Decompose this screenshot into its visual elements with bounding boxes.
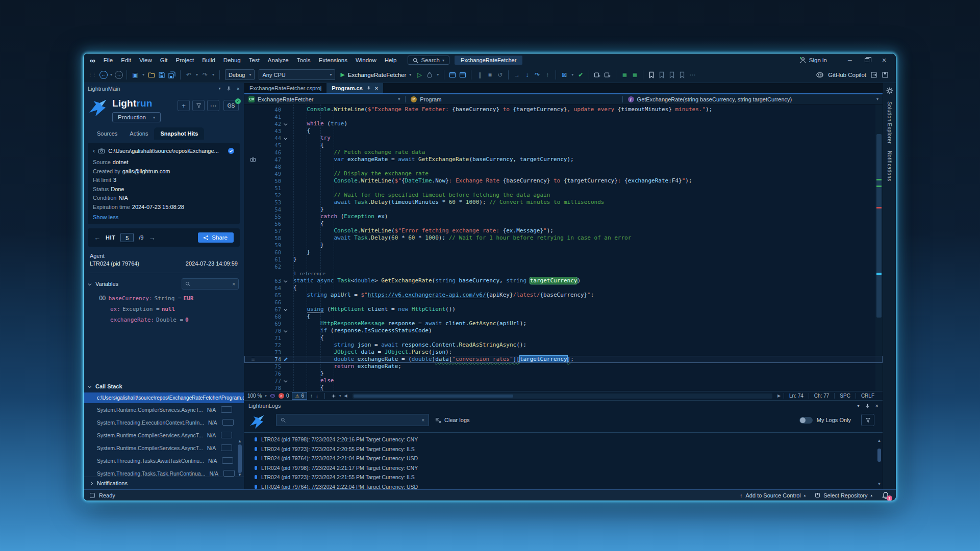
pause-button[interactable]: ∥: [475, 70, 484, 80]
new-project-button[interactable]: ▣: [131, 70, 140, 80]
filter-button[interactable]: [192, 100, 205, 111]
breakpoint-dropdown-icon[interactable]: ▾: [570, 70, 575, 80]
variable-row[interactable]: ex:Exception =null: [84, 304, 244, 314]
navigate-forward-button[interactable]: →: [115, 71, 123, 79]
clear-search-icon[interactable]: ×: [421, 417, 424, 423]
variables-section-header[interactable]: Variables ×: [84, 275, 244, 293]
menu-file[interactable]: File: [99, 56, 117, 65]
save-button[interactable]: [157, 71, 166, 78]
breadcrumb-member[interactable]: GetExchangeRate(string baseCurrency, str…: [637, 96, 792, 102]
call-stack-frame[interactable]: System.Runtime.CompilerServices.AsyncT..…: [84, 429, 244, 441]
restart-button[interactable]: ↺: [495, 70, 505, 80]
code-editor[interactable]: 40 Console.WriteLine($"Exchange Rate Fet…: [244, 104, 883, 391]
scroll-right-icon[interactable]: ▶: [777, 393, 781, 398]
preview-window-icon[interactable]: [458, 71, 467, 78]
code-line[interactable]: 57 Console.WriteLine($"Error fetching ex…: [244, 227, 883, 234]
code-line[interactable]: 56 {: [244, 220, 883, 227]
variable-row[interactable]: OObaseCurrency:String =EUR: [84, 293, 244, 304]
frame-checkbox[interactable]: [221, 432, 232, 438]
menu-help[interactable]: Help: [381, 56, 401, 65]
sign-in-button[interactable]: Sign in: [799, 57, 827, 64]
code-line[interactable]: 64{: [244, 284, 883, 292]
fold-indicator[interactable]: [281, 306, 290, 313]
menu-window[interactable]: Window: [351, 56, 381, 65]
step-out-button[interactable]: ↑: [543, 70, 552, 80]
code-line[interactable]: 41: [244, 113, 883, 120]
code-line[interactable]: 73 JObject data = JObject.Parse(json);: [244, 349, 883, 356]
code-line[interactable]: 49 // Display the exchange rate: [244, 170, 883, 177]
tab-close-icon[interactable]: ×: [375, 85, 378, 91]
menu-analyze[interactable]: Analyze: [264, 56, 293, 65]
chevron-down-icon[interactable]: ▾: [876, 97, 878, 101]
next-issue-button[interactable]: ↓: [316, 393, 318, 399]
logs-scrollbar[interactable]: ▲ ▼: [877, 438, 882, 486]
breadcrumb-project[interactable]: ExchangeRateFetcher: [258, 96, 313, 102]
frame-checkbox[interactable]: [222, 419, 234, 426]
start-debugging-button[interactable]: ▶ ExchangeRateFetcher ▾: [340, 71, 411, 78]
code-line[interactable]: 53 await Task.Delay(timeoutMinutes * 60 …: [244, 199, 883, 206]
search-box[interactable]: Search ▾: [408, 56, 449, 65]
log-entry[interactable]: LTR024 (pid 79798): 7/23/2024 2:21:17 PM…: [244, 463, 883, 473]
next-bookmark-button[interactable]: [667, 71, 676, 78]
increase-indent-button[interactable]: ≣: [630, 70, 639, 80]
redo-dropdown-icon[interactable]: ▾: [211, 70, 216, 80]
code-line[interactable]: 71 {: [244, 334, 883, 342]
logs-filter-button[interactable]: [861, 414, 874, 426]
github-copilot-icon[interactable]: [816, 71, 824, 79]
code-line[interactable]: 67 using (HttpClient client = new HttpCl…: [244, 306, 883, 313]
code-line[interactable]: 78 {: [244, 384, 883, 391]
menu-tools[interactable]: Tools: [293, 56, 315, 65]
editor-tab-program.cs[interactable]: Program.cs×: [326, 83, 383, 93]
gear-icon[interactable]: [886, 87, 893, 94]
code-line[interactable]: 77 else: [244, 377, 883, 384]
toggle-bookmark-button[interactable]: [647, 71, 656, 78]
frame-checkbox[interactable]: [222, 457, 233, 464]
menu-build[interactable]: Build: [198, 56, 219, 65]
code-line[interactable]: 59 }: [244, 242, 883, 249]
panel-dropdown-icon[interactable]: ▾: [858, 404, 860, 408]
menu-project[interactable]: Project: [171, 56, 198, 65]
tab-snapshot-hits[interactable]: Snapshot Hits: [154, 127, 204, 140]
code-line[interactable]: 63static async Task<double> GetExchangeR…: [244, 277, 883, 284]
hit-number-input[interactable]: 5: [120, 233, 134, 242]
next-hit-button[interactable]: →: [148, 234, 155, 242]
my-logs-only-toggle[interactable]: [799, 417, 813, 424]
code-line[interactable]: 54 }: [244, 206, 883, 213]
snapshot-path[interactable]: C:\Users\galishalit\source\repos\Exchang…: [108, 148, 224, 154]
clear-search-icon[interactable]: ×: [232, 281, 235, 287]
code-line[interactable]: 45 {: [244, 142, 883, 149]
notifications-bell[interactable]: 1: [882, 491, 890, 500]
code-line-current[interactable]: ≡74 double exchangeRate = (double)data["…: [244, 356, 883, 363]
fold-indicator[interactable]: [281, 327, 290, 334]
snapshot-camera-icon[interactable]: [250, 156, 256, 163]
add-action-button[interactable]: +: [178, 100, 190, 111]
logs-search-input[interactable]: ×: [276, 414, 429, 426]
fold-indicator[interactable]: [281, 120, 290, 127]
code-line[interactable]: 69 HttpResponseMessage response = await …: [244, 320, 883, 327]
environment-dropdown[interactable]: Production▾: [112, 112, 161, 122]
zoom-dropdown[interactable]: 100 %▾: [247, 393, 267, 399]
configuration-dropdown[interactable]: Debug▾: [225, 69, 255, 80]
code-line[interactable]: 44 try: [244, 135, 883, 142]
feedback-icon[interactable]: [270, 393, 275, 399]
call-stack-frame[interactable]: System.Threading.Tasks.Task.RunContinua.…: [84, 467, 244, 477]
code-line[interactable]: 62: [244, 263, 883, 270]
code-lens[interactable]: 1 reference: [244, 270, 883, 277]
undo-dropdown-icon[interactable]: ▾: [194, 70, 199, 80]
step-into-button[interactable]: ↓: [522, 70, 532, 80]
hot-reload-icon[interactable]: [425, 71, 434, 78]
call-stack-frame[interactable]: System.Runtime.CompilerServices.AsyncT..…: [84, 403, 244, 416]
log-entry[interactable]: LTR024 (pid 79764): 7/23/2024 2:21:04 PM…: [244, 454, 883, 463]
error-count[interactable]: ×0: [279, 393, 289, 399]
previous-issue-button[interactable]: ↑: [310, 393, 313, 399]
add-to-source-control-button[interactable]: ↑ Add to Source Control ▴: [740, 492, 806, 498]
log-entry[interactable]: LTR024 (pid 79798): 7/23/2024 2:20:16 PM…: [244, 435, 883, 444]
variable-row[interactable]: exchangeRate:Double =0: [84, 314, 244, 325]
clear-bookmarks-button[interactable]: [677, 71, 687, 78]
close-button[interactable]: ×: [876, 56, 892, 64]
log-entry[interactable]: LTR024 (pid 79723): 7/23/2024 2:21:55 PM…: [244, 473, 883, 482]
restore-button[interactable]: [865, 58, 869, 62]
show-next-statement-button[interactable]: →: [512, 70, 521, 80]
call-stack-frame[interactable]: System.Threading.ExecutionContext.RunIn.…: [84, 416, 244, 429]
call-stack-section-header[interactable]: Call Stack: [84, 380, 244, 392]
